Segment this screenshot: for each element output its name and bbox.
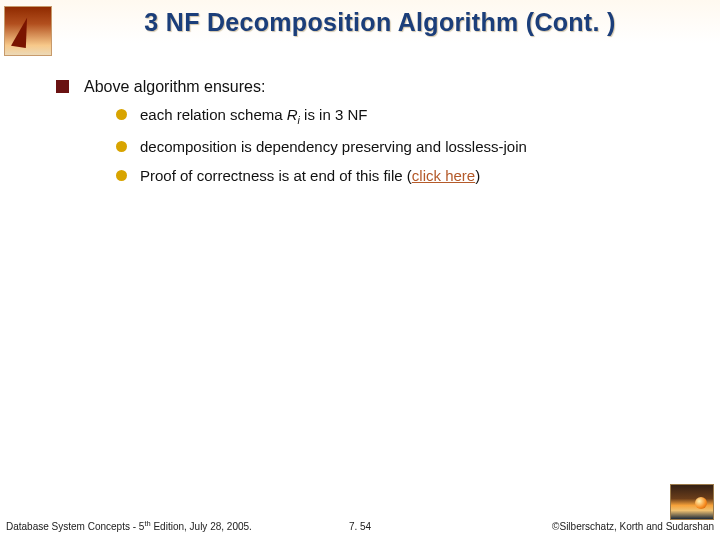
slide-title: 3 NF Decomposition Algorithm (Cont. ) <box>60 8 700 37</box>
slide-body: Above algorithm ensures: each relation s… <box>56 78 680 198</box>
text-fragment: decomposition is dependency preserving a… <box>140 138 527 155</box>
bullet-level1: Above algorithm ensures: each relation s… <box>56 78 680 184</box>
proof-link[interactable]: click here <box>412 167 475 184</box>
text-fragment: ) <box>475 167 480 184</box>
logo-top-sailboat <box>4 6 52 56</box>
bullet-level2-item: decomposition is dependency preserving a… <box>116 138 680 155</box>
bullet-level2-item: each relation schema Ri is in 3 NF <box>116 106 680 126</box>
bullet-level1-text: Above algorithm ensures: <box>84 78 265 95</box>
text-fragment: each relation schema <box>140 106 287 123</box>
footer-right-copyright: ©Silberschatz, Korth and Sudarshan <box>552 521 714 532</box>
slide: 3 NF Decomposition Algorithm (Cont. ) Ab… <box>0 0 720 540</box>
footer: Database System Concepts - 5th Edition, … <box>0 514 720 534</box>
text-fragment: is in 3 NF <box>300 106 368 123</box>
variable-R: R <box>287 106 298 123</box>
text-fragment: Proof of correctness is at end of this f… <box>140 167 412 184</box>
bullet-level2-item: Proof of correctness is at end of this f… <box>116 167 680 184</box>
